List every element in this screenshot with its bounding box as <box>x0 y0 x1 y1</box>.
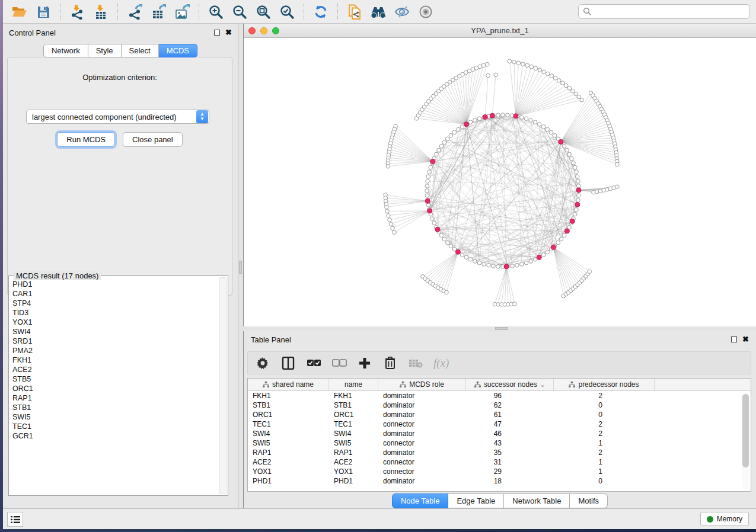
main-toolbar <box>3 0 756 24</box>
hide-selected-icon[interactable] <box>392 3 412 21</box>
mcds-result-item[interactable]: STB1 <box>12 403 218 412</box>
close-panel-icon[interactable]: ✖ <box>225 30 232 36</box>
clone-network-icon[interactable] <box>344 3 365 21</box>
table-scrollbar-thumb[interactable] <box>742 394 749 467</box>
table-row[interactable]: YOX1YOX1connector291 <box>248 467 751 476</box>
minimize-window-icon[interactable] <box>260 27 267 34</box>
close-window-icon[interactable] <box>248 27 256 34</box>
find-binoculars-icon[interactable] <box>368 3 388 21</box>
table-row[interactable]: STB1STB1dominator620 <box>248 400 751 410</box>
zoom-selected-icon[interactable] <box>277 3 297 21</box>
splitter-grip[interactable] <box>239 261 242 274</box>
mcds-result-item[interactable]: TEC1 <box>12 422 218 431</box>
zoom-out-icon[interactable] <box>229 3 250 21</box>
mcds-result-scrollbar[interactable] <box>219 277 227 494</box>
mcds-result-item[interactable]: TID3 <box>12 308 218 318</box>
maximize-window-icon[interactable] <box>272 27 279 34</box>
settings-gear-icon[interactable] <box>255 355 270 371</box>
mcds-result-item[interactable]: RAP1 <box>12 393 218 403</box>
mcds-result-item[interactable]: CAR1 <box>12 289 218 299</box>
network-view-window: YPA_prune.txt_1 <box>243 24 756 326</box>
search-box[interactable] <box>578 4 750 19</box>
mcds-result-item[interactable]: SWI5 <box>12 412 218 422</box>
table-cell: TEC1 <box>248 420 329 428</box>
mcds-result-item[interactable]: STP4 <box>12 299 218 308</box>
table-panel: Table Panel ✖ <box>243 331 756 508</box>
mcds-result-list[interactable]: PHD1CAR1STP4TID3YOX1SWI4SRD1PMA2FKH1ACE2… <box>12 280 218 493</box>
table-row[interactable]: PHD1PHD1dominator180 <box>248 476 751 486</box>
select-stepper-icon: ▲▼ <box>196 110 208 123</box>
network-window-titlebar[interactable]: YPA_prune.txt_1 <box>244 24 756 38</box>
zoom-in-icon[interactable] <box>206 3 226 21</box>
table-row[interactable]: TEC1TEC1connector472 <box>248 419 751 429</box>
table-row[interactable]: SWI4SWI4dominator462 <box>248 429 751 438</box>
export-table-icon[interactable] <box>148 3 168 21</box>
node-table[interactable]: shared namenameMCDS rolesuccessor nodes⌄… <box>247 378 751 492</box>
table-cell: SWI5 <box>329 439 378 447</box>
list-menu-icon <box>11 515 20 524</box>
tab-motifs[interactable]: Motifs <box>570 493 608 508</box>
tab-edge-table[interactable]: Edge Table <box>448 493 504 508</box>
tab-style[interactable]: Style <box>88 44 122 57</box>
mcds-result-item[interactable]: SRD1 <box>12 336 218 346</box>
table-row[interactable]: SWI5SWI5connector431 <box>248 438 751 448</box>
network-canvas[interactable] <box>244 38 756 326</box>
run-mcds-button[interactable]: Run MCDS <box>57 132 115 147</box>
panel-menu-button[interactable] <box>7 512 23 527</box>
mcds-result-item[interactable]: SWI4 <box>12 327 218 336</box>
mcds-result-item[interactable]: ACE2 <box>12 365 218 374</box>
add-column-icon[interactable] <box>357 355 372 371</box>
close-panel-button[interactable]: Close panel <box>123 132 183 147</box>
horizontal-splitter[interactable] <box>243 326 756 331</box>
criterion-select[interactable]: largest connected component (undirected)… <box>26 110 209 124</box>
tab-network[interactable]: Network <box>43 44 88 57</box>
mcds-result-item[interactable]: YOX1 <box>12 318 218 327</box>
mcds-result-item[interactable]: GCR1 <box>12 431 218 441</box>
mcds-result-item[interactable]: PHD1 <box>12 280 218 289</box>
table-row[interactable]: ORC1ORC1dominator610 <box>248 410 751 419</box>
table-scrollbar[interactable] <box>742 393 749 489</box>
mcds-result-item[interactable]: PMA2 <box>12 346 218 355</box>
export-network-icon[interactable] <box>125 3 145 21</box>
column-header-successor-nodes[interactable]: successor nodes⌄ <box>466 379 554 390</box>
table-cell: dominator <box>378 477 466 485</box>
table-row[interactable]: FKH1FKH1dominator962 <box>248 391 751 400</box>
table-cell: ORC1 <box>329 411 378 419</box>
search-icon <box>583 7 592 16</box>
memory-button[interactable]: Memory <box>700 512 749 526</box>
table-row[interactable]: ACE2ACE2connector311 <box>248 457 751 467</box>
tab-mcds[interactable]: MCDS <box>159 44 197 57</box>
column-header-name[interactable]: name <box>329 379 378 390</box>
mcds-result-item[interactable]: FKH1 <box>12 355 218 365</box>
column-header-predecessor-nodes[interactable]: predecessor nodes <box>554 379 655 390</box>
delete-column-icon[interactable] <box>382 355 398 371</box>
save-icon[interactable] <box>33 3 53 21</box>
column-header-MCDS-role[interactable]: MCDS role <box>378 379 466 390</box>
vertical-splitter[interactable] <box>238 24 243 508</box>
table-cell: connector <box>378 467 466 476</box>
float-panel-icon[interactable] <box>731 336 737 342</box>
search-input[interactable] <box>592 8 745 16</box>
mcds-result-item[interactable]: ORC1 <box>12 384 218 393</box>
float-panel-icon[interactable] <box>214 30 220 36</box>
show-columns-icon[interactable] <box>280 355 296 371</box>
mcds-result-item[interactable]: STB5 <box>12 374 218 384</box>
zoom-fit-icon[interactable] <box>253 3 273 21</box>
open-file-icon[interactable] <box>9 3 30 21</box>
tab-node-table[interactable]: Node Table <box>392 493 449 508</box>
import-table-icon[interactable] <box>91 3 111 21</box>
show-all-eye-icon[interactable] <box>416 3 436 21</box>
table-row[interactable]: RAP1RAP1dominator352 <box>248 448 751 457</box>
table-cell: 0 <box>554 401 655 409</box>
select-all-checks-icon[interactable] <box>306 355 321 371</box>
deselect-all-checks-icon[interactable] <box>331 355 347 371</box>
toolbar-separator <box>199 4 199 20</box>
column-header-shared-name[interactable]: shared name <box>248 379 329 390</box>
import-network-icon[interactable] <box>67 3 87 21</box>
close-panel-icon[interactable]: ✖ <box>742 336 749 342</box>
splitter-grip[interactable] <box>495 327 508 330</box>
export-image-icon[interactable] <box>172 3 192 21</box>
tab-network-table[interactable]: Network Table <box>504 493 570 508</box>
tab-select[interactable]: Select <box>122 44 159 57</box>
refresh-layout-icon[interactable] <box>311 3 331 21</box>
